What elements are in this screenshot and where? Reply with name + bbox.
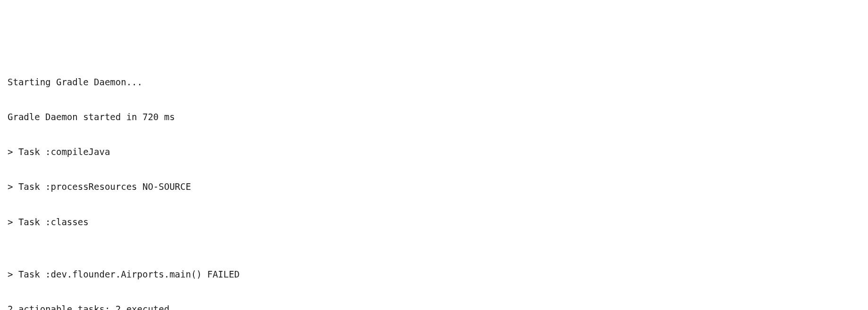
- console-output: Starting Gradle Daemon... Gradle Daemon …: [8, 56, 860, 310]
- log-line: Gradle Daemon started in 720 ms: [8, 108, 860, 126]
- log-line: 2 actionable tasks: 2 executed: [8, 301, 860, 310]
- log-line: > Task :classes: [8, 213, 860, 231]
- log-line: Starting Gradle Daemon...: [8, 73, 860, 91]
- log-line: > Task :processResources NO-SOURCE: [8, 178, 860, 196]
- log-line: > Task :compileJava: [8, 143, 860, 161]
- log-line: > Task :dev.flounder.Airports.main() FAI…: [8, 266, 860, 283]
